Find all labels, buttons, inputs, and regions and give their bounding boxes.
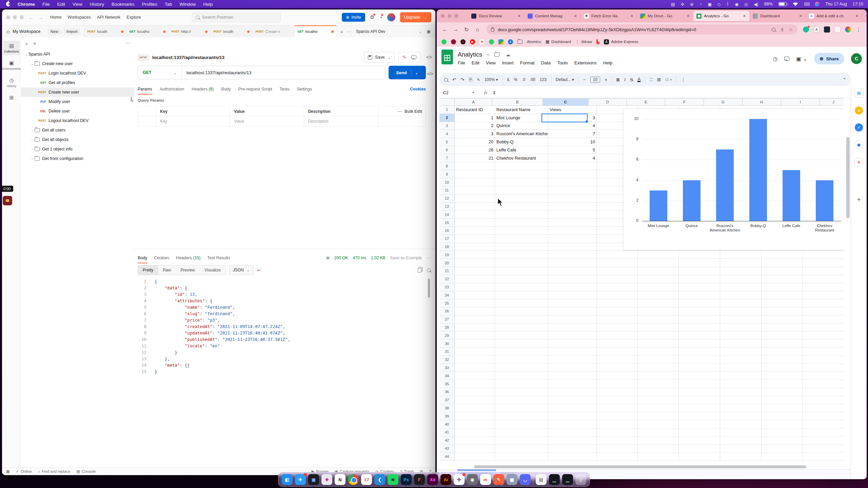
blue-favicon[interactable]: 1 <box>508 39 513 44</box>
cell-A38[interactable] <box>455 404 495 412</box>
cell-C31[interactable] <box>548 348 597 356</box>
row-header-16[interactable]: 16 <box>439 227 455 235</box>
cell-A12[interactable] <box>455 195 495 203</box>
cell-C36[interactable] <box>548 388 597 396</box>
format--icon[interactable]: £ <box>507 77 510 82</box>
cell-H20[interactable] <box>762 259 803 267</box>
cell-G31[interactable] <box>720 348 762 356</box>
cell-B44[interactable] <box>495 452 548 461</box>
column-header-B[interactable]: B <box>492 98 543 106</box>
cell-H24[interactable] <box>762 291 803 299</box>
collapse-toolbar-icon[interactable]: ⌃ <box>843 77 846 82</box>
cell-F31[interactable] <box>679 348 720 356</box>
cell-I34[interactable] <box>803 372 844 380</box>
cell-H40[interactable] <box>762 420 803 428</box>
cell-I32[interactable] <box>803 356 844 364</box>
row-header-26[interactable]: 26 <box>439 307 455 316</box>
cell-A13[interactable] <box>455 203 495 211</box>
cell-G28[interactable] <box>720 324 762 332</box>
cell-B1[interactable]: Restaurant Name <box>495 106 548 114</box>
cell-C23[interactable] <box>548 283 597 291</box>
cell-C29[interactable] <box>548 331 597 340</box>
rail-item-environments[interactable]: ▣Environments <box>3 58 20 73</box>
docker-icon[interactable]: ⊛ <box>690 2 693 7</box>
row-header-11[interactable]: 11 <box>439 186 455 195</box>
cell-G32[interactable] <box>720 356 762 364</box>
dock-dark-app[interactable]: ▣ <box>308 474 319 485</box>
cell-D39[interactable] <box>597 412 638 420</box>
cell-G21[interactable] <box>720 267 762 275</box>
sidebar-toggle-icon[interactable]: ▦ <box>6 469 10 474</box>
cell-H28[interactable] <box>762 324 803 332</box>
back-icon[interactable]: ← <box>28 15 34 20</box>
menubar-item-edit[interactable]: Edit <box>57 2 65 7</box>
cell-C44[interactable] <box>548 452 597 461</box>
cell-F27[interactable] <box>679 316 720 324</box>
cell-C16[interactable] <box>548 227 597 235</box>
request-tab[interactable]: POSTlocalh <box>84 25 126 38</box>
request-tab[interactable]: GETlocalho <box>126 25 169 38</box>
forward-icon[interactable]: → <box>451 26 460 33</box>
cell-F30[interactable] <box>679 340 720 348</box>
keep-icon[interactable]: ● <box>855 106 863 115</box>
cell-D23[interactable] <box>597 283 638 291</box>
cell-H23[interactable] <box>762 283 803 291</box>
extension-dark-icon[interactable] <box>824 26 830 33</box>
redo-icon[interactable]: ↷ <box>460 77 464 82</box>
forward-icon[interactable]: → <box>38 15 43 20</box>
extension-a-icon[interactable]: A <box>813 26 820 33</box>
cell-A36[interactable] <box>455 388 495 396</box>
cell-D24[interactable] <box>597 291 638 299</box>
cell-A42[interactable] <box>455 436 495 445</box>
cell-H34[interactable] <box>762 372 803 380</box>
spreadsheet-grid[interactable]: ABCDEFGHIJ 1Restaurant IDRestaurant Name… <box>439 98 844 471</box>
notifications-bell-icon[interactable]: ◔ <box>379 15 382 20</box>
nav-api-network[interactable]: API Network <box>95 14 122 21</box>
cell-E41[interactable] <box>638 428 679 436</box>
cell-E30[interactable] <box>638 340 679 348</box>
merge-cells-icon[interactable]: ⊟ ▾ <box>665 77 672 82</box>
cell-G36[interactable] <box>720 388 762 396</box>
cell-G29[interactable] <box>720 331 762 340</box>
cell-A20[interactable] <box>455 259 495 267</box>
cell-D20[interactable] <box>597 259 638 267</box>
back-icon[interactable]: ← <box>440 26 450 33</box>
search-response-icon[interactable] <box>427 268 431 272</box>
row-header-38[interactable]: 38 <box>439 404 455 412</box>
cell-B23[interactable] <box>495 283 548 291</box>
filter-icon[interactable]: ≡ <box>34 41 36 46</box>
dock-minimized-window-1[interactable]: ▁ <box>549 474 560 485</box>
search-input[interactable]: Search Postman <box>192 12 281 22</box>
format-0-icon[interactable]: .0 <box>522 77 525 82</box>
cell-I21[interactable] <box>803 267 844 275</box>
column-header-F[interactable]: F <box>665 98 704 106</box>
row-header-40[interactable]: 40 <box>439 420 455 428</box>
cell-I25[interactable] <box>803 299 844 307</box>
browser-tab[interactable]: ✳Fetch Error Ha✕ <box>580 11 637 21</box>
row-header-13[interactable]: 13 <box>439 203 455 211</box>
tab-close-icon[interactable]: ✕ <box>687 14 690 18</box>
new-button[interactable]: New <box>48 28 61 35</box>
cell-C30[interactable] <box>548 340 597 348</box>
menubar-date[interactable]: Thu 17 Aug <box>825 2 847 6</box>
cell-B8[interactable] <box>495 162 548 170</box>
avatar[interactable] <box>387 13 395 21</box>
cell-I30[interactable] <box>803 340 844 348</box>
cell-B16[interactable] <box>495 227 548 235</box>
formula-value[interactable]: 3 <box>493 90 495 95</box>
dock-downloads[interactable]: ▤ <box>536 474 547 485</box>
row-header-2[interactable]: 2 <box>439 114 455 122</box>
home-icon[interactable]: ⌂ <box>473 26 482 33</box>
row-header-42[interactable]: 42 <box>439 436 455 445</box>
tab-close-icon[interactable]: ✕ <box>518 14 521 18</box>
lightbulb-icon[interactable] <box>131 97 132 102</box>
row-header-27[interactable]: 27 <box>439 316 455 324</box>
cookies-link[interactable]: Cookies <box>410 87 426 92</box>
row-header-9[interactable]: 9 <box>439 170 455 178</box>
cell-B9[interactable] <box>495 170 548 178</box>
tab-options-icon[interactable]: ⋯ <box>347 25 351 38</box>
cell-A3[interactable]: 2 <box>455 122 495 130</box>
menubar-item-file[interactable]: File <box>42 2 50 7</box>
dock-illustrator[interactable]: Ai <box>440 474 451 485</box>
cell-I40[interactable] <box>803 420 844 428</box>
